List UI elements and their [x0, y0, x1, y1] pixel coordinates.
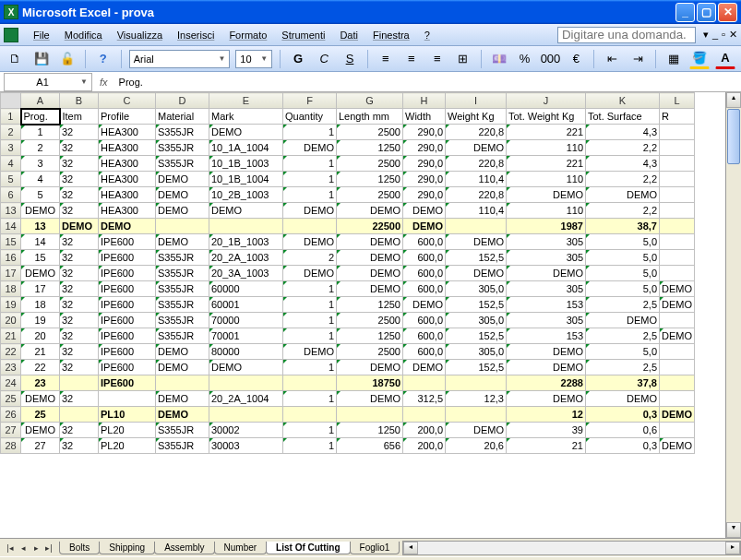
cell-K25[interactable]: DEMO: [586, 391, 660, 407]
cell-F5[interactable]: 1: [283, 172, 337, 187]
cell-B24[interactable]: [60, 375, 99, 391]
horizontal-scrollbar[interactable]: ◂ ▸: [402, 541, 741, 555]
menu-?[interactable]: ?: [417, 28, 437, 42]
fill-color-button[interactable]: 🪣: [689, 49, 710, 69]
cell-H5[interactable]: 290,0: [403, 172, 446, 187]
col-header-H[interactable]: H: [403, 93, 446, 109]
bold-button[interactable]: G: [288, 49, 308, 69]
cell-K19[interactable]: 2,5: [586, 297, 660, 313]
cell-F4[interactable]: 1: [283, 156, 337, 172]
cell-E15[interactable]: 20_1B_1003: [209, 234, 283, 250]
cell-K16[interactable]: 5,0: [586, 250, 660, 266]
cell-K26[interactable]: 0,3: [586, 407, 660, 423]
cell-E2[interactable]: DEMO: [209, 125, 283, 140]
row-header[interactable]: 22: [1, 344, 21, 360]
cell-A1[interactable]: Prog.: [21, 109, 60, 125]
cell-I18[interactable]: 305,0: [446, 281, 507, 297]
cell-G19[interactable]: 1250: [337, 297, 403, 313]
cell-C6[interactable]: HEA300: [99, 187, 156, 203]
cell-C19[interactable]: IPE600: [99, 297, 156, 313]
cell-E17[interactable]: 20_3A_1003: [209, 266, 283, 281]
cell-A23[interactable]: 22: [21, 360, 60, 375]
cell-I17[interactable]: DEMO: [446, 266, 507, 281]
cell-G2[interactable]: 2500: [337, 125, 403, 140]
cell-E6[interactable]: 10_2B_1003: [209, 187, 283, 203]
cell-J26[interactable]: 12: [507, 407, 586, 423]
cell-G25[interactable]: DEMO: [337, 391, 403, 407]
cell-E18[interactable]: 60000: [209, 281, 283, 297]
cell-J14[interactable]: 1987: [507, 219, 586, 234]
cell-K24[interactable]: 37,8: [586, 375, 660, 391]
row-header[interactable]: 27: [1, 423, 21, 438]
font-size-select[interactable]: 10▼: [235, 50, 272, 68]
fx-button[interactable]: fx: [100, 77, 108, 88]
cell-G16[interactable]: DEMO: [337, 250, 403, 266]
cell-I20[interactable]: 305,0: [446, 313, 507, 328]
cell-C14[interactable]: DEMO: [99, 219, 156, 234]
cell-E24[interactable]: [209, 375, 283, 391]
cell-H3[interactable]: 290,0: [403, 140, 446, 156]
col-header-D[interactable]: D: [156, 93, 209, 109]
cell-G4[interactable]: 2500: [337, 156, 403, 172]
cell-H15[interactable]: 600,0: [403, 234, 446, 250]
cell-I21[interactable]: 152,5: [446, 328, 507, 344]
cell-C15[interactable]: IPE600: [99, 234, 156, 250]
cell-F27[interactable]: 1: [283, 423, 337, 438]
cell-H6[interactable]: 290,0: [403, 187, 446, 203]
cell-H14[interactable]: DEMO: [403, 219, 446, 234]
cell-K13[interactable]: 2,2: [586, 203, 660, 219]
cell-G24[interactable]: 18750: [337, 375, 403, 391]
cell-C26[interactable]: PL10: [99, 407, 156, 423]
cell-J6[interactable]: DEMO: [507, 187, 586, 203]
row-header[interactable]: 26: [1, 407, 21, 423]
cell-C25[interactable]: [99, 391, 156, 407]
cell-D18[interactable]: S355JR: [156, 281, 209, 297]
cell-H17[interactable]: 600,0: [403, 266, 446, 281]
cell-B22[interactable]: 32: [60, 344, 99, 360]
cell-H18[interactable]: 600,0: [403, 281, 446, 297]
cell-G3[interactable]: 1250: [337, 140, 403, 156]
cell-L26[interactable]: DEMO: [660, 407, 695, 423]
cell-D19[interactable]: S355JR: [156, 297, 209, 313]
cell-K3[interactable]: 2,2: [586, 140, 660, 156]
cell-L13[interactable]: [660, 203, 695, 219]
cell-L28[interactable]: DEMO: [660, 438, 695, 454]
col-header-A[interactable]: A: [21, 93, 60, 109]
menu-dati[interactable]: Dati: [332, 28, 365, 42]
cell-G1[interactable]: Length mm: [337, 109, 403, 125]
thousands-button[interactable]: 000: [540, 49, 560, 69]
cell-H13[interactable]: DEMO: [403, 203, 446, 219]
cell-L1[interactable]: R: [660, 109, 695, 125]
cell-A2[interactable]: 1: [21, 125, 60, 140]
font-name-select[interactable]: Arial▼: [129, 50, 231, 68]
cell-F15[interactable]: DEMO: [283, 234, 337, 250]
cell-H22[interactable]: 600,0: [403, 344, 446, 360]
menu-modifica[interactable]: Modifica: [57, 28, 110, 42]
row-header[interactable]: 13: [1, 203, 21, 219]
cell-I3[interactable]: DEMO: [446, 140, 507, 156]
cell-I1[interactable]: Weight Kg: [446, 109, 507, 125]
maximize-button[interactable]: ▢: [697, 3, 716, 22]
cell-K15[interactable]: 5,0: [586, 234, 660, 250]
cell-C17[interactable]: IPE600: [99, 266, 156, 281]
spreadsheet-grid[interactable]: ABCDEFGHIJKL1Prog.ItemProfileMaterialMar…: [0, 92, 741, 538]
cell-D16[interactable]: S355JR: [156, 250, 209, 266]
cell-K1[interactable]: Tot. Surface: [586, 109, 660, 125]
row-header[interactable]: 1: [1, 109, 21, 125]
cell-B23[interactable]: 32: [60, 360, 99, 375]
align-right-button[interactable]: ≡: [427, 49, 448, 69]
cell-K27[interactable]: 0,6: [586, 423, 660, 438]
cell-D25[interactable]: DEMO: [156, 391, 209, 407]
menu-finestra[interactable]: Finestra: [365, 28, 417, 42]
cell-D15[interactable]: DEMO: [156, 234, 209, 250]
cell-H26[interactable]: [403, 407, 446, 423]
cell-C22[interactable]: IPE600: [99, 344, 156, 360]
cell-B27[interactable]: 32: [60, 423, 99, 438]
menu-file[interactable]: File: [26, 28, 57, 42]
formula-value[interactable]: Prog.: [115, 77, 741, 88]
cell-E26[interactable]: [209, 407, 283, 423]
cell-A16[interactable]: 15: [21, 250, 60, 266]
cell-H4[interactable]: 290,0: [403, 156, 446, 172]
cell-L23[interactable]: [660, 360, 695, 375]
merge-center-button[interactable]: ⊞: [453, 49, 473, 69]
